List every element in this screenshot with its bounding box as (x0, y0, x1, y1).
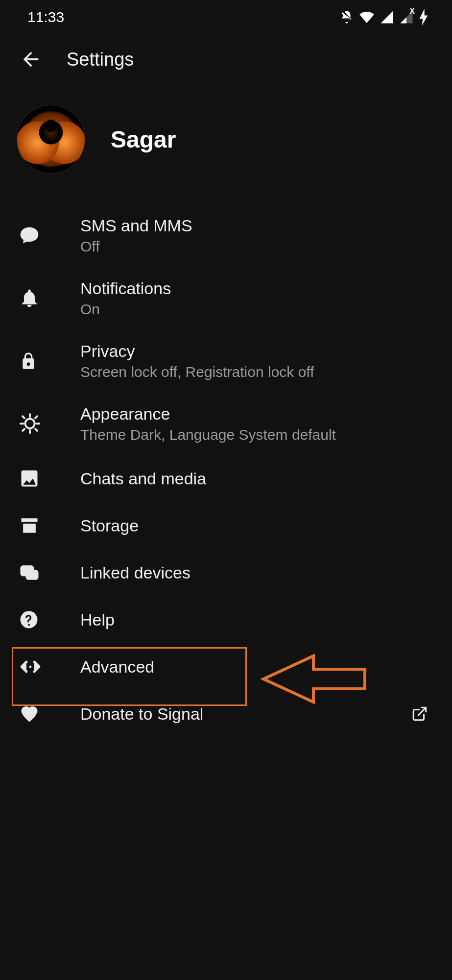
status-time: 11:33 (27, 9, 64, 25)
photo-icon (19, 468, 40, 489)
svg-rect-1 (27, 571, 38, 579)
settings-list: SMS and MMS Off Notifications On Privacy… (0, 204, 452, 737)
cellular-signal-icon (380, 10, 394, 25)
settings-item-donate[interactable]: Donate to Signal (0, 690, 452, 737)
profile-row[interactable]: Sagar (0, 90, 452, 204)
item-title: Help (80, 610, 434, 629)
settings-item-advanced[interactable]: Advanced (0, 643, 452, 690)
settings-item-chats[interactable]: Chats and media (0, 455, 452, 502)
item-subtitle: On (80, 301, 434, 318)
linked-devices-icon (19, 562, 40, 583)
item-title: Notifications (80, 279, 434, 298)
archive-icon (19, 515, 40, 536)
arrow-back-icon (20, 48, 42, 71)
back-button[interactable] (20, 48, 42, 71)
item-title: Linked devices (80, 563, 434, 582)
item-title: SMS and MMS (80, 216, 434, 235)
wifi-icon (359, 9, 375, 25)
svg-point-3 (29, 666, 32, 668)
item-subtitle: Theme Dark, Language System default (80, 427, 434, 443)
item-title: Privacy (80, 342, 434, 361)
status-bar: 11:33 X (0, 0, 452, 34)
svg-line-4 (418, 707, 426, 715)
item-subtitle: Off (80, 238, 434, 255)
settings-item-help[interactable]: Help (0, 596, 452, 643)
cellular-no-sim-icon: X (399, 10, 414, 25)
settings-item-sms[interactable]: SMS and MMS Off (0, 204, 452, 267)
chat-bubble-icon (19, 225, 40, 246)
status-icons: X (339, 9, 428, 25)
settings-item-privacy[interactable]: Privacy Screen lock off, Registration lo… (0, 329, 452, 392)
avatar (17, 105, 85, 174)
settings-item-appearance[interactable]: Appearance Theme Dark, Language System d… (0, 392, 452, 455)
open-external-icon (411, 705, 428, 722)
app-bar: Settings (0, 34, 452, 90)
settings-item-storage[interactable]: Storage (0, 502, 452, 549)
help-icon (19, 609, 39, 630)
item-subtitle: Screen lock off, Registration lock off (80, 364, 434, 380)
heart-icon (19, 703, 40, 725)
item-title: Donate to Signal (80, 704, 405, 724)
item-title: Advanced (80, 657, 434, 677)
do-not-disturb-icon (339, 10, 354, 25)
settings-item-notifications[interactable]: Notifications On (0, 267, 452, 329)
lock-icon (19, 351, 38, 371)
settings-item-linked-devices[interactable]: Linked devices (0, 549, 452, 596)
charging-icon (419, 9, 428, 25)
profile-name: Sagar (111, 126, 176, 153)
brightness-icon (19, 412, 41, 435)
page-title: Settings (67, 49, 134, 70)
item-title: Storage (80, 516, 434, 535)
code-icon (19, 655, 42, 678)
bell-icon (19, 287, 40, 309)
item-title: Appearance (80, 404, 434, 424)
item-title: Chats and media (80, 469, 434, 488)
